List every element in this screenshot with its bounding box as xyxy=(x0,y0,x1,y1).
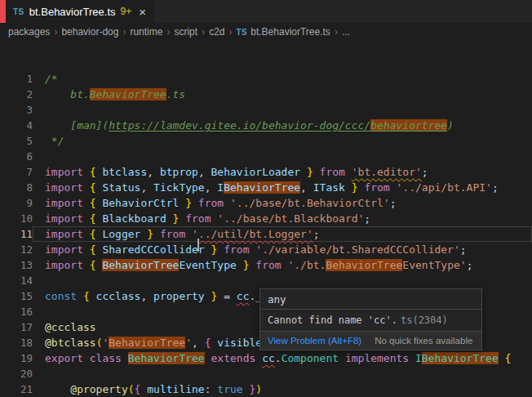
breadcrumb-item[interactable]: c2d xyxy=(209,26,224,38)
code-line[interactable]: 3 xyxy=(0,102,532,118)
code-line[interactable]: 12import { SharedCCCollider } from './va… xyxy=(0,242,532,257)
code-token: '../api/bt.API' xyxy=(397,181,492,194)
line-content: @property({ multiline: true }) xyxy=(33,381,532,397)
code-token xyxy=(345,166,352,178)
code-token xyxy=(77,290,83,302)
code-line[interactable]: 1/* xyxy=(0,71,532,87)
code-token: @btclass xyxy=(45,337,96,349)
tab-title: bt.BehaviorTree.ts xyxy=(29,6,116,18)
code-token: { xyxy=(90,181,96,194)
code-token xyxy=(83,166,90,178)
hover-popup: any Cannot find name 'cc'.ts(2304) View … xyxy=(259,288,482,350)
code-line[interactable]: 5 */ xyxy=(0,133,532,149)
code-token xyxy=(192,197,198,209)
line-content xyxy=(33,149,532,164)
code-token: bt. xyxy=(45,88,90,100)
code-token: } xyxy=(307,166,313,178)
code-token xyxy=(313,166,320,178)
breadcrumb-item[interactable]: runtime xyxy=(130,26,162,38)
line-number: 15 xyxy=(0,288,33,304)
code-token: */ xyxy=(45,135,64,147)
breadcrumb-file[interactable]: TSbt.BehaviorTree.ts xyxy=(236,26,330,38)
line-content xyxy=(33,102,532,118)
breadcrumb-item[interactable]: packages xyxy=(8,26,50,38)
breadcrumb-more[interactable]: ... xyxy=(342,26,350,38)
code-token: ; xyxy=(364,212,370,225)
line-number: 5 xyxy=(0,133,33,149)
line-content xyxy=(33,366,532,381)
view-problem-link[interactable]: View Problem (Alt+F8) xyxy=(268,336,361,346)
code-line[interactable]: 21 @property({ multiline: true }) xyxy=(0,381,532,397)
line-number: 11 xyxy=(0,226,33,242)
code-line[interactable]: 19export class BehaviorTree extends cc.C… xyxy=(0,350,532,366)
line-content: [man](https://lamdev.gitee.io/behavior-d… xyxy=(33,118,532,133)
code-line[interactable]: 20 xyxy=(0,366,532,381)
code-token xyxy=(224,197,230,209)
code-token xyxy=(205,352,211,364)
code-token: visible xyxy=(211,337,263,349)
code-token: /* xyxy=(45,73,58,85)
code-token: @property xyxy=(70,383,127,395)
breadcrumb-file-label: bt.BehaviorTree.ts xyxy=(250,26,330,38)
code-token: , xyxy=(147,166,160,178)
code-token xyxy=(409,352,415,364)
code-token: . xyxy=(275,352,282,364)
code-token: SharedCCCollider xyxy=(96,243,205,256)
code-line[interactable]: 6 xyxy=(0,149,532,164)
code-token: from xyxy=(320,166,345,178)
code-token: I xyxy=(217,181,224,194)
line-number: 21 xyxy=(0,381,33,397)
tab-bt-behaviortree[interactable]: TS bt.BehaviorTree.ts 9+ × xyxy=(6,0,155,23)
ts-file-icon: TS xyxy=(13,7,24,16)
line-content: import { BehaviorTreeEventType } from '.… xyxy=(33,257,532,273)
code-line[interactable]: 7import { btclass, btprop, BehaviorLoade… xyxy=(0,164,532,180)
code-line[interactable]: 4 [man](https://lamdev.gitee.io/behavior… xyxy=(0,118,532,133)
code-token: import xyxy=(45,243,83,256)
code-token: behaviortree xyxy=(370,119,447,132)
code-token: from xyxy=(224,243,249,256)
code-line[interactable]: 10import { Blackboard } from '../base/bt… xyxy=(0,211,532,226)
code-token: Blackboard xyxy=(96,212,166,225)
code-token: const xyxy=(45,290,77,302)
line-number: 18 xyxy=(0,335,33,350)
code-token: } xyxy=(352,181,358,194)
code-line[interactable]: 11import { Logger } from '../util/bt.Log… xyxy=(0,226,532,242)
code-token: BehaviorCtrl xyxy=(96,197,180,209)
code-token xyxy=(185,228,192,240)
code-token: .ts xyxy=(166,88,185,100)
code-token xyxy=(499,352,505,364)
code-token: BehaviorTree xyxy=(326,259,402,271)
code-line[interactable]: 2 bt.BehaviorTree.ts xyxy=(0,87,532,102)
code-token xyxy=(83,181,90,194)
code-line[interactable]: 13import { BehaviorTreeEventType } from … xyxy=(0,257,532,273)
code-line[interactable]: 14 xyxy=(0,273,532,288)
left-edge-accent xyxy=(0,0,6,23)
code-token: btprop xyxy=(160,166,198,178)
code-line[interactable]: 8import { Status, TickType, IBehaviorTre… xyxy=(0,180,532,195)
code-line[interactable]: 9import { BehaviorCtrl } from '../base/b… xyxy=(0,195,532,211)
chevron-right-icon: › xyxy=(166,26,170,38)
code-token xyxy=(205,290,211,302)
hover-type-row: any xyxy=(260,289,481,310)
line-number: 6 xyxy=(0,149,33,164)
code-token xyxy=(153,228,160,240)
close-icon[interactable]: × xyxy=(139,6,146,18)
code-token: , xyxy=(300,181,313,194)
code-token xyxy=(83,243,90,256)
line-number: 7 xyxy=(0,164,33,180)
code-token xyxy=(83,259,90,271)
line-number: 12 xyxy=(0,242,33,257)
breadcrumb-item[interactable]: behavior-dog xyxy=(61,26,118,38)
breadcrumb-item[interactable]: script xyxy=(174,26,197,38)
line-number: 14 xyxy=(0,273,33,288)
code-token: true xyxy=(217,383,242,395)
code-token: { xyxy=(90,197,96,209)
line-number: 4 xyxy=(0,118,33,133)
line-content: import { SharedCCCollider } from './vari… xyxy=(33,242,532,257)
code-token: { xyxy=(83,290,90,302)
code-token: ( xyxy=(128,383,135,395)
code-token: from xyxy=(255,259,281,271)
line-number: 3 xyxy=(0,102,33,118)
code-token: import xyxy=(45,228,83,240)
code-token: 'bt.editor' xyxy=(352,166,422,178)
